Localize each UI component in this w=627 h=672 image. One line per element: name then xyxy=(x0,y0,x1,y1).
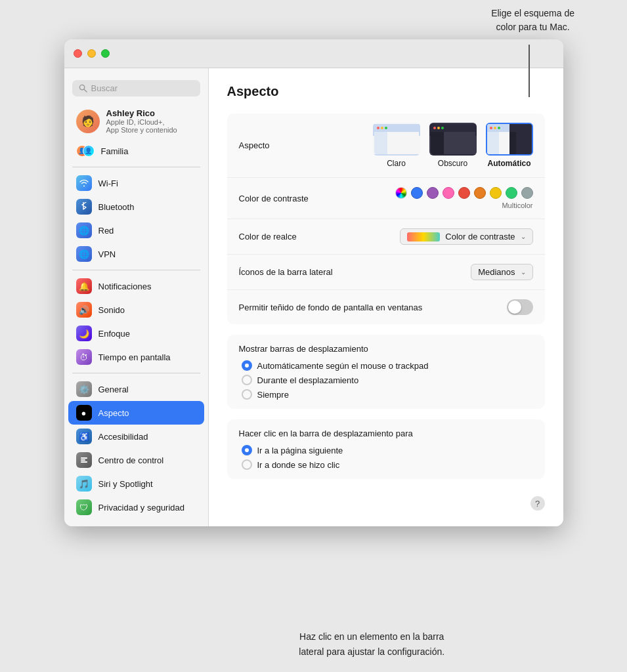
radio-auto-circle xyxy=(242,360,252,371)
window-content: Buscar 🧑 Ashley Rico Apple ID, iCloud+,A… xyxy=(64,68,563,526)
swatch-yellow[interactable] xyxy=(490,187,502,199)
accessibility-label: Accesibilidad xyxy=(98,432,148,442)
sidebar-item-familia[interactable]: 👤 👤 Familia xyxy=(68,139,204,163)
search-placeholder: Buscar xyxy=(91,83,118,93)
click-title: Hacer clic en la barra de desplazamiento… xyxy=(239,429,533,438)
appearance-option-auto[interactable]: Automático xyxy=(486,123,533,168)
notifications-label: Notificaciones xyxy=(98,282,152,291)
scrollbar-option-always[interactable]: Siempre xyxy=(242,389,533,400)
sidebar-item-screen-time[interactable]: ⏱ Tiempo en pantalla xyxy=(68,345,204,369)
sidebar-item-privacy[interactable]: 🛡 Privacidad y seguridad xyxy=(68,495,204,519)
toggle-knob xyxy=(508,301,521,314)
swatch-blue[interactable] xyxy=(411,187,423,199)
bluetooth-label: Bluetooth xyxy=(98,202,135,212)
highlight-gradient xyxy=(407,232,440,242)
radio-auto-label: Automáticamente según el mouse o trackpa… xyxy=(257,361,429,371)
wallpaper-tint-label: Permitir teñido de fondo de pantalla en … xyxy=(239,303,423,312)
swatch-red[interactable] xyxy=(458,187,470,199)
general-icon: ⚙️ xyxy=(76,381,92,397)
system-preferences-window: Buscar 🧑 Ashley Rico Apple ID, iCloud+,A… xyxy=(64,39,563,526)
click-option-next-page[interactable]: Ir a la página siguiente xyxy=(242,445,533,455)
appearance-row-label: Aspecto xyxy=(239,140,270,150)
swatch-green[interactable] xyxy=(506,187,517,199)
annotation-top: Elige el esquema de color para tu Mac. xyxy=(491,7,574,34)
sidebar-item-appearance[interactable]: ● Aspecto xyxy=(68,401,204,425)
traffic-lights xyxy=(74,49,110,58)
svg-rect-2 xyxy=(81,457,87,459)
appearance-name-light: Claro xyxy=(387,159,406,168)
stepper-chevron-icon: ⌄ xyxy=(521,268,526,276)
sound-icon: 🔊 xyxy=(76,302,92,318)
separator-3 xyxy=(72,373,200,373)
appearance-section: Aspecto xyxy=(227,114,545,324)
close-button[interactable] xyxy=(74,49,82,58)
highlight-value: Color de contraste xyxy=(445,232,515,242)
appearance-option-light[interactable]: Claro xyxy=(373,123,420,168)
contrast-color-label: Color de contraste xyxy=(239,194,309,203)
wallpaper-tint-row: Permitir teñido de fondo de pantalla en … xyxy=(227,290,545,324)
appearance-thumb-auto xyxy=(486,123,533,156)
vpn-label: VPN xyxy=(98,249,116,259)
sidebar-icons-row: Íconos de la barra lateral Medianos ⌄ xyxy=(227,255,545,290)
appearance-option-dark[interactable]: Obscuro xyxy=(429,123,477,168)
click-radio-group: Ir a la página siguiente Ir a donde se h… xyxy=(239,445,533,470)
scrollbar-option-during[interactable]: Durante el desplazamiento xyxy=(242,375,533,385)
wallpaper-tint-toggle[interactable] xyxy=(507,299,533,315)
sidebar-item-general[interactable]: ⚙️ General xyxy=(68,377,204,401)
sidebar-item-sound[interactable]: 🔊 Sonido xyxy=(68,298,204,322)
click-option-clicked[interactable]: Ir a donde se hizo clic xyxy=(242,459,533,470)
sidebar-item-wifi[interactable]: Wi-Fi xyxy=(68,171,204,195)
appearance-row: Aspecto xyxy=(227,114,545,178)
radio-always-circle xyxy=(242,389,252,400)
appearance-thumb-light xyxy=(373,123,420,156)
sidebar-icons-stepper[interactable]: Medianos ⌄ xyxy=(471,264,532,280)
familia-icon-b: 👤 xyxy=(83,145,95,157)
sidebar-item-control[interactable]: Centro de control xyxy=(68,448,204,472)
swatch-gray[interactable] xyxy=(521,187,533,199)
familia-label: Familia xyxy=(101,146,129,156)
chevron-down-icon: ⌄ xyxy=(521,233,526,240)
annotation-line-top xyxy=(529,45,530,97)
swatch-orange[interactable] xyxy=(474,187,486,199)
swatch-pink[interactable] xyxy=(443,187,454,199)
sidebar: Buscar 🧑 Ashley Rico Apple ID, iCloud+,A… xyxy=(64,68,209,526)
familia-icons: 👤 👤 xyxy=(76,143,95,159)
search-box[interactable]: Buscar xyxy=(72,80,200,96)
minimize-button[interactable] xyxy=(87,49,96,58)
appearance-name-auto: Automático xyxy=(488,159,531,168)
sidebar-item-focus[interactable]: 🌙 Enfoque xyxy=(68,322,204,345)
sidebar-item-siri[interactable]: 🎵 Siri y Spotlight xyxy=(68,472,204,495)
appearance-options: Claro xyxy=(373,123,533,168)
sidebar-item-accessibility[interactable]: ♿ Accesibilidad xyxy=(68,425,204,448)
scrollbars-section: Mostrar barras de desplazamiento Automát… xyxy=(227,335,545,409)
sidebar-user[interactable]: 🧑 Ashley Rico Apple ID, iCloud+,App Stor… xyxy=(68,103,204,139)
radio-next-page-label: Ir a la página siguiente xyxy=(257,446,343,455)
search-icon xyxy=(79,84,87,93)
help-button[interactable]: ? xyxy=(530,496,545,511)
wifi-label: Wi-Fi xyxy=(98,178,118,188)
sidebar-item-notifications[interactable]: 🔔 Notificaciones xyxy=(68,274,204,298)
user-info: Ashley Rico Apple ID, iCloud+,App Store … xyxy=(106,108,177,134)
scrollbar-option-auto[interactable]: Automáticamente según el mouse o trackpa… xyxy=(242,360,533,371)
radio-during-circle xyxy=(242,375,252,385)
highlight-control[interactable]: Color de contraste ⌄ xyxy=(400,228,532,245)
highlight-label: Color de realce xyxy=(239,232,297,242)
screen-time-icon: ⏱ xyxy=(76,349,92,365)
sidebar-item-vpn[interactable]: 🌐 VPN xyxy=(68,242,204,266)
sidebar-icons-label: Íconos de la barra lateral xyxy=(239,267,333,277)
swatch-purple[interactable] xyxy=(427,187,439,199)
accessibility-icon: ♿ xyxy=(76,429,92,444)
multicolor-label: Multicolor xyxy=(502,201,532,209)
control-label: Centro de control xyxy=(98,455,164,465)
radio-during-label: Durante el desplazamiento xyxy=(257,375,359,385)
bluetooth-icon xyxy=(76,199,92,215)
control-icon xyxy=(76,452,92,468)
network-label: Red xyxy=(98,226,114,236)
sidebar-item-network[interactable]: 🌐 Red xyxy=(68,219,204,242)
svg-line-1 xyxy=(83,89,86,92)
sidebar-item-bluetooth[interactable]: Bluetooth xyxy=(68,195,204,219)
swatch-multicolor[interactable] xyxy=(395,187,407,199)
focus-icon: 🌙 xyxy=(76,326,92,341)
maximize-button[interactable] xyxy=(101,49,110,58)
scrollbar-radio-group: Automáticamente según el mouse o trackpa… xyxy=(239,360,533,400)
